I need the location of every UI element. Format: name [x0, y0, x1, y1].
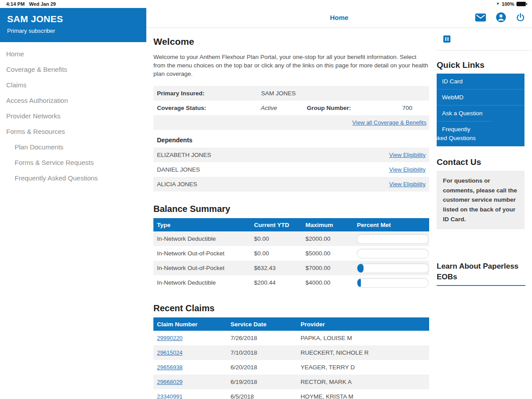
percent-met-fill [357, 264, 364, 273]
col-header-current-ytd: Current YTD [254, 222, 305, 228]
header-icons [475, 12, 525, 22]
claim-provider: PAPKA, LOUISE M [301, 335, 429, 341]
profile-icon[interactable] [496, 12, 506, 22]
battery-icon [516, 2, 526, 6]
dependent-name: ALICIA JONES [157, 181, 197, 188]
claim-service-date: 7/26/2018 [231, 335, 301, 341]
quick-link-id-card[interactable]: ID Card [437, 74, 524, 89]
mail-icon[interactable] [475, 13, 486, 22]
balance-table-header: Type Current YTD Maximum Percent Met [153, 218, 429, 231]
balance-ytd: $0.00 [254, 250, 305, 257]
dependent-row: ELIZABETH JONES View Eligibility [153, 148, 429, 162]
right-column: Quick Links ID Card WebMD Ask a Question… [437, 35, 525, 286]
logout-power-icon[interactable] [516, 13, 525, 22]
status-bar: 4:14 PM Wed Jan 29 ▼ 100% [0, 0, 532, 8]
dependents-heading: Dependents [157, 137, 429, 144]
primary-insured-label: Primary Insured: [153, 90, 261, 97]
view-eligibility-link[interactable]: View Eligibility [389, 166, 426, 173]
home-nav-link[interactable]: Home [146, 14, 532, 21]
paperless-eobs-link[interactable]: Learn About Paperless EOBs [437, 261, 525, 282]
percent-met-bar [357, 234, 429, 244]
status-time: 4:14 PM [6, 1, 25, 7]
sidebar-item-claims[interactable]: Claims [0, 77, 146, 93]
coverage-status-value: Active [261, 105, 307, 111]
claim-row: 23340991 6/5/2018 HOYME, KRISTA M [153, 389, 429, 399]
group-number-value: 700 [402, 105, 429, 111]
col-header-provider: Provider [301, 321, 429, 328]
col-header-maximum: Maximum [305, 222, 357, 228]
subscriber-role: Primary subscriber [7, 27, 146, 34]
dependents-table: ELIZABETH JONES View Eligibility DANIEL … [153, 148, 429, 192]
paperless-underline [437, 285, 525, 286]
balance-type: In-Network Out-of-Pocket [153, 265, 254, 271]
percent-met-fill [357, 278, 361, 287]
sidebar-item-home[interactable]: Home [0, 46, 146, 62]
balance-ytd: $0.00 [254, 235, 305, 242]
summary-row-primary-insured: Primary Insured: SAM JONES [153, 86, 429, 101]
contact-us-text: For questions or comments, please call t… [437, 171, 524, 229]
claim-row: 29656938 6/20/2018 YEAGER, TERRY D [153, 360, 429, 375]
claim-provider: HOYME, KRISTA M [301, 393, 429, 399]
sidebar-item-frequently-asked-questions[interactable]: Frequently Asked Questions [0, 170, 146, 186]
balance-row: In-Network Out-of-Pocket $0.00 $5000.00 [153, 246, 429, 261]
coverage-summary-table: Primary Insured: SAM JONES Coverage Stat… [153, 86, 429, 130]
balance-max: $4000.00 [305, 279, 357, 286]
balance-row: In-Network Deductible $0.00 $2000.00 [153, 231, 429, 246]
claim-service-date: 6/19/2018 [231, 379, 301, 385]
balance-row: In-Network Deductible $200.44 $4000.00 [153, 275, 429, 290]
claim-number-link[interactable]: 23340991 [157, 393, 183, 399]
quick-links-heading: Quick Links [437, 60, 525, 70]
percent-met-bar [357, 263, 429, 273]
status-indicators: ▼ 100% [496, 1, 526, 7]
divider [437, 50, 532, 51]
col-header-claim-number: Claim Number [153, 321, 231, 328]
balance-max: $5000.00 [305, 250, 357, 257]
summary-row-coverage-status: Coverage Status: Active Group Number: 70… [153, 101, 429, 115]
claim-row: 29615024 7/10/2018 RUECKERT, NICHOLE R [153, 345, 429, 360]
app-logo-icon[interactable] [443, 35, 450, 43]
sidebar-item-coverage-benefits[interactable]: Coverage & Benefits [0, 62, 146, 77]
quick-link-ask-a-question[interactable]: Ask a Question [437, 105, 524, 121]
battery-percent: 100% [502, 1, 514, 7]
quick-link-frequently-asked-questions[interactable]: Frequently Asked Questions [430, 121, 492, 146]
quick-links-box: ID Card WebMD Ask a Question Frequently … [437, 74, 524, 146]
balance-max: $7000.00 [305, 265, 357, 271]
view-eligibility-link[interactable]: View Eligibility [389, 152, 426, 158]
sidebar-item-forms-service-requests[interactable]: Forms & Service Requests [0, 155, 146, 170]
group-number-label: Group Number: [307, 105, 402, 111]
claim-number-link[interactable]: 29990220 [157, 335, 183, 341]
quick-link-webmd[interactable]: WebMD [437, 89, 524, 105]
page-title: Welcome [153, 36, 429, 47]
claim-service-date: 7/10/2018 [231, 349, 301, 356]
contact-us-heading: Contact Us [437, 157, 525, 167]
balance-row: In-Network Out-of-Pocket $632.43 $7000.0… [153, 261, 429, 275]
claim-number-link[interactable]: 29656938 [157, 364, 183, 371]
status-date: Wed Jan 29 [29, 1, 56, 7]
view-all-coverage-benefits-link[interactable]: View all Coverage & Benefits [352, 119, 426, 126]
claims-table-header: Claim Number Service Date Provider [153, 317, 429, 331]
claim-number-link[interactable]: 29668029 [157, 379, 183, 385]
primary-insured-value: SAM JONES [261, 90, 296, 97]
view-eligibility-link[interactable]: View Eligibility [389, 181, 426, 188]
col-header-percent-met: Percent Met [357, 222, 429, 228]
balance-type: In-Network Out-of-Pocket [153, 250, 254, 257]
sidebar-item-provider-networks[interactable]: Provider Networks [0, 108, 146, 124]
sidebar-item-access-authorization[interactable]: Access Authorization [0, 93, 146, 108]
claim-number-link[interactable]: 29615024 [157, 349, 183, 356]
balance-ytd: $632.43 [254, 265, 305, 271]
claim-row: 29668029 6/19/2018 RECTOR, MARK A [153, 375, 429, 389]
claim-service-date: 6/20/2018 [231, 364, 301, 371]
balance-max: $2000.00 [305, 235, 357, 242]
balance-type: In-Network Deductible [153, 235, 254, 242]
status-time-date: 4:14 PM Wed Jan 29 [6, 1, 56, 7]
dependent-row: ALICIA JONES View Eligibility [153, 177, 429, 192]
claim-row: 29990220 7/26/2018 PAPKA, LOUISE M [153, 331, 429, 345]
balance-ytd: $200.44 [254, 279, 305, 286]
dependent-name: DANIEL JONES [157, 166, 200, 173]
recent-claims-table: Claim Number Service Date Provider 29990… [153, 317, 429, 399]
claim-provider: RUECKERT, NICHOLE R [301, 349, 429, 356]
balance-type: In-Network Deductible [153, 279, 254, 286]
balance-summary-heading: Balance Summary [153, 204, 429, 214]
sidebar-item-plan-documents[interactable]: Plan Documents [0, 139, 146, 155]
sidebar-item-forms-resources[interactable]: Forms & Resources [0, 124, 146, 139]
